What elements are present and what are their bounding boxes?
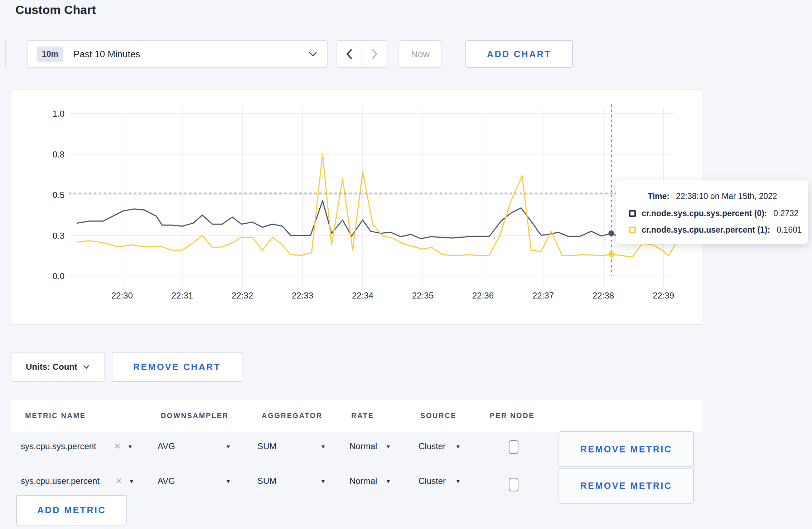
svg-text:22:35: 22:35 — [412, 291, 434, 300]
downsampler-caret-down-icon[interactable]: ▼ — [226, 443, 231, 450]
svg-text:0.8: 0.8 — [53, 150, 64, 159]
chevron-left-icon — [346, 48, 353, 60]
column-header-rate: RATE — [351, 412, 374, 420]
chart-card: 22:3022:3122:3222:3322:3422:3522:3622:37… — [11, 89, 702, 325]
add-metric-button[interactable]: ADD METRIC — [16, 495, 127, 525]
svg-text:0.0: 0.0 — [53, 271, 64, 281]
column-header-source: SOURCE — [420, 412, 456, 420]
time-range-badge: 10m — [37, 47, 63, 62]
rate-caret-down-icon[interactable]: ▼ — [386, 443, 391, 450]
now-button-label: Now — [411, 49, 430, 60]
svg-text:22:32: 22:32 — [232, 291, 253, 300]
chevron-right-icon — [371, 48, 378, 60]
source-select[interactable]: Cluster — [419, 476, 446, 486]
tooltip-series-value: 0.2732 — [773, 209, 798, 218]
remove-chart-button[interactable]: REMOVE CHART — [112, 352, 242, 382]
aggregator-select[interactable]: SUM — [257, 441, 276, 451]
svg-text:22:37: 22:37 — [532, 291, 554, 300]
svg-text:22:30: 22:30 — [111, 291, 133, 300]
downsampler-select[interactable]: AVG — [158, 441, 175, 451]
tooltip-time-value: 22:38:10 on Mar 15th, 2022 — [676, 191, 777, 201]
remove-metric-label: REMOVE METRIC — [580, 481, 672, 491]
tooltip-series-row: cr.node.sys.cpu.sys.percent (0): 0.2732 — [629, 209, 799, 218]
rate-select[interactable]: Normal — [349, 441, 377, 451]
aggregator-caret-down-icon[interactable]: ▼ — [320, 478, 326, 484]
tooltip-time-label: Time: — [648, 191, 670, 201]
metric-name-select[interactable]: sys.cpu.user.percent — [21, 476, 100, 486]
source-select[interactable]: Cluster — [419, 441, 446, 451]
metric-caret-down-icon[interactable]: ▼ — [129, 478, 134, 484]
chart-hover-tooltip: Time: 22:38:10 on Mar 15th, 2022 cr.node… — [616, 180, 808, 244]
svg-text:22:36: 22:36 — [472, 291, 494, 300]
clear-metric-icon[interactable]: ✕ — [115, 476, 122, 486]
add-chart-label: ADD CHART — [487, 49, 551, 59]
tooltip-series-name: cr.node.sys.cpu.user.percent (1): — [642, 225, 770, 235]
remove-metric-button[interactable]: REMOVE METRIC — [559, 431, 694, 467]
tooltip-series-value: 0.1601 — [777, 225, 802, 235]
metrics-table-header: METRIC NAME DOWNSAMPLER AGGREGATOR RATE … — [11, 400, 702, 432]
svg-text:0.3: 0.3 — [53, 231, 64, 241]
column-header-aggregator: AGGREGATOR — [262, 412, 323, 420]
aggregator-caret-down-icon[interactable]: ▼ — [320, 443, 326, 450]
metric-row: sys.cpu.sys.percent ✕ ▼ AVG ▼ SUM ▼ Norm… — [0, 432, 812, 468]
per-node-checkbox[interactable] — [509, 440, 518, 454]
sys-series-swatch-icon — [629, 210, 636, 217]
user-series-swatch-icon — [629, 227, 636, 233]
remove-chart-label: REMOVE CHART — [133, 362, 221, 372]
toolbar-left-divider — [5, 40, 6, 68]
now-button[interactable]: Now — [398, 40, 442, 68]
add-metric-label: ADD METRIC — [37, 505, 106, 515]
tooltip-time-row: Time: 22:38:10 on Mar 15th, 2022 — [648, 191, 777, 201]
svg-text:22:34: 22:34 — [352, 291, 373, 300]
svg-text:22:38: 22:38 — [593, 291, 614, 300]
time-range-prev-button[interactable] — [337, 40, 362, 68]
time-range-next-button[interactable] — [362, 40, 387, 68]
time-range-dropdown[interactable]: 10m Past 10 Minutes — [27, 40, 328, 68]
source-caret-down-icon[interactable]: ▼ — [455, 443, 461, 450]
svg-text:1.0: 1.0 — [53, 109, 64, 118]
timeseries-chart[interactable]: 22:3022:3122:3222:3322:3422:3522:3622:37… — [11, 90, 703, 326]
tooltip-series-row: cr.node.sys.cpu.user.percent (1): 0.1601 — [629, 225, 802, 235]
rate-caret-down-icon[interactable]: ▼ — [386, 478, 391, 484]
units-dropdown[interactable]: Units: Count — [11, 352, 105, 382]
per-node-checkbox[interactable] — [509, 478, 518, 491]
downsampler-caret-down-icon[interactable]: ▼ — [226, 478, 231, 484]
column-header-downsampler: DOWNSAMPLER — [161, 412, 229, 420]
remove-metric-button[interactable]: REMOVE METRIC — [559, 468, 694, 504]
units-dropdown-label: Units: Count — [26, 362, 77, 372]
chevron-down-icon — [308, 51, 318, 57]
chevron-down-icon — [83, 365, 90, 369]
column-header-per-node: PER NODE — [490, 412, 535, 420]
page-title: Custom Chart — [15, 3, 96, 17]
time-range-label: Past 10 Minutes — [73, 49, 140, 60]
tooltip-series-name: cr.node.sys.cpu.sys.percent (0): — [642, 209, 767, 218]
clear-metric-icon[interactable]: ✕ — [114, 441, 121, 451]
remove-metric-label: REMOVE METRIC — [580, 444, 672, 455]
add-chart-button[interactable]: ADD CHART — [465, 40, 573, 68]
rate-select[interactable]: Normal — [349, 476, 377, 486]
source-caret-down-icon[interactable]: ▼ — [455, 478, 461, 484]
metric-caret-down-icon[interactable]: ▼ — [127, 443, 133, 450]
svg-text:22:39: 22:39 — [653, 291, 674, 300]
svg-text:0.5: 0.5 — [53, 190, 64, 200]
column-header-metric-name: METRIC NAME — [25, 412, 86, 420]
svg-text:22:33: 22:33 — [292, 291, 313, 300]
svg-text:22:31: 22:31 — [171, 291, 193, 300]
aggregator-select[interactable]: SUM — [257, 476, 276, 486]
metric-name-select[interactable]: sys.cpu.sys.percent — [21, 441, 96, 451]
downsampler-select[interactable]: AVG — [158, 476, 175, 486]
